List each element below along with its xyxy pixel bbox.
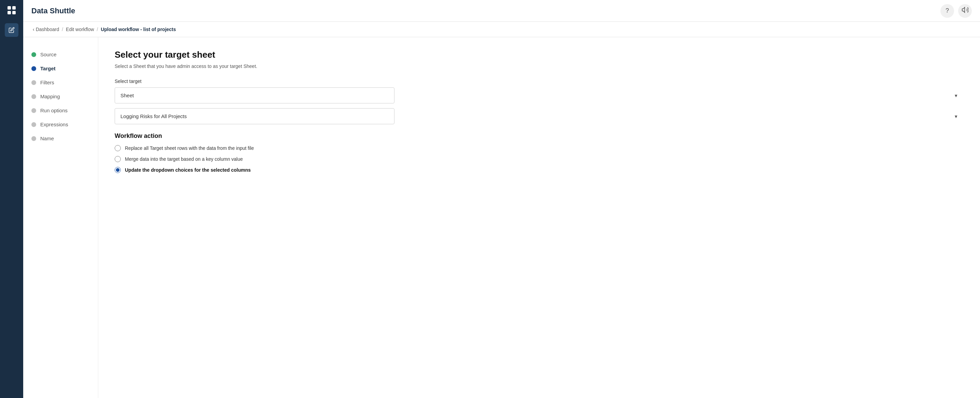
header-icons: ? [940,4,972,18]
step-name[interactable]: Name [30,131,91,145]
step-label-expressions: Expressions [40,121,68,127]
step-expressions[interactable]: Expressions [30,118,91,131]
step-filters[interactable]: Filters [30,75,91,89]
step-dot-source [32,52,36,57]
step-source[interactable]: Source [30,48,91,61]
sheet-name-chevron-down-icon: ▼ [954,114,958,119]
radio-update-dropdown-label: Update the dropdown choices for the sele… [125,167,251,173]
radio-merge-input[interactable] [115,156,121,162]
step-dot-mapping [32,94,36,99]
step-label-source: Source [40,51,57,57]
form-area: Select your target sheet Select a Sheet … [98,37,980,398]
radio-replace[interactable]: Replace all Target sheet rows with the d… [115,145,964,151]
step-dot-target [32,66,36,71]
step-mapping[interactable]: Mapping [30,89,91,103]
step-label-filters: Filters [40,80,54,85]
form-title: Select your target sheet [115,49,964,60]
form-subtitle: Select a Sheet that you have admin acces… [115,64,964,69]
help-icon: ? [945,7,949,14]
app-title: Data Shuttle [32,6,75,15]
radio-merge-label: Merge data into the target based on a ke… [125,156,243,162]
breadcrumb: ‹ Dashboard / Edit workflow / Upload wor… [23,22,980,37]
step-target[interactable]: Target [30,61,91,75]
step-label-run-options: Run options [40,108,68,113]
edit-nav-icon[interactable] [5,23,18,37]
svg-rect-2 [8,11,11,14]
step-label-name: Name [40,135,54,141]
step-nav: Source Target Filters Mapping Run option… [23,37,98,398]
sep2: / [97,27,98,32]
notification-icon [962,6,969,15]
breadcrumb-current: Upload workflow - list of projects [101,27,176,32]
workflow-action-title: Workflow action [115,132,964,140]
radio-replace-input[interactable] [115,145,121,151]
help-button[interactable]: ? [940,4,954,18]
sheet-name-select-wrapper: Logging Risks for All Projects ▼ [115,108,964,124]
radio-merge[interactable]: Merge data into the target based on a ke… [115,156,964,162]
back-arrow: ‹ [33,27,35,32]
dark-sidebar [0,0,23,398]
sheet-type-select-wrapper: Sheet ▼ [115,88,964,103]
radio-update-dropdown[interactable]: Update the dropdown choices for the sele… [115,167,964,173]
step-run-options[interactable]: Run options [30,103,91,118]
step-label-mapping: Mapping [40,94,60,99]
radio-replace-label: Replace all Target sheet rows with the d… [125,145,254,151]
app-logo [5,4,18,16]
edit-workflow-link[interactable]: Edit workflow [66,27,94,32]
content-area: Source Target Filters Mapping Run option… [23,37,980,398]
step-dot-filters [32,80,36,85]
svg-rect-3 [12,11,16,14]
step-dot-expressions [32,122,36,127]
sheet-type-chevron-down-icon: ▼ [954,93,958,98]
select-target-label: Select target [115,78,964,84]
sheet-type-select[interactable]: Sheet [115,88,395,103]
step-dot-run-options [32,108,36,113]
step-label-target: Target [40,65,56,71]
svg-rect-1 [12,6,16,10]
sep1: / [62,27,63,32]
main-area: Data Shuttle ? ‹ Dashboard / [23,0,980,398]
top-header: Data Shuttle ? [23,0,980,22]
radio-group: Replace all Target sheet rows with the d… [115,145,964,173]
notification-button[interactable] [958,4,972,18]
breadcrumb-back[interactable]: ‹ Dashboard [33,27,59,32]
step-dot-name [32,136,36,141]
sheet-name-select[interactable]: Logging Risks for All Projects [115,108,395,124]
svg-rect-0 [8,6,11,10]
radio-update-dropdown-input[interactable] [115,167,121,173]
dashboard-link[interactable]: Dashboard [36,27,59,32]
